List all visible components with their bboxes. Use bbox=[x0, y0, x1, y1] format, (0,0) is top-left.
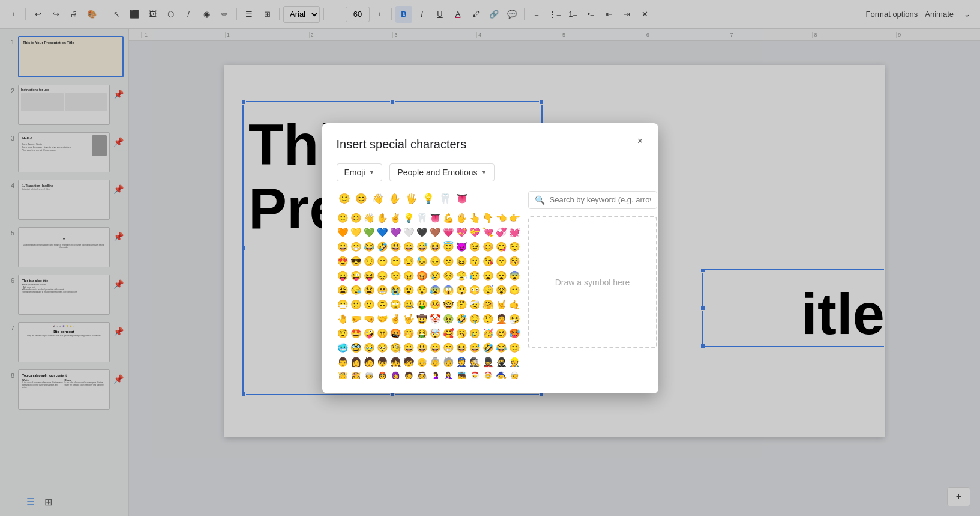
emoji-cell[interactable]: 🤨 bbox=[337, 326, 349, 340]
emoji-cell[interactable]: 👨 bbox=[337, 355, 349, 369]
emoji-cell[interactable]: 🥺 bbox=[376, 341, 389, 354]
emoji-cell[interactable]: 😲 bbox=[455, 283, 468, 297]
emoji-cell[interactable]: 😰 bbox=[429, 283, 442, 297]
emoji-cell[interactable]: 👴 bbox=[416, 355, 428, 369]
emoji-cell[interactable]: 💡 bbox=[403, 211, 415, 225]
emoji-cell[interactable]: 👷 bbox=[508, 355, 521, 369]
emoji-cell[interactable]: 🥶 bbox=[337, 341, 349, 354]
emoji-cell[interactable]: 🤰 bbox=[429, 369, 442, 379]
emoji-cell[interactable]: 👵 bbox=[429, 355, 442, 369]
emoji-cell[interactable]: 🤱 bbox=[442, 369, 455, 379]
emoji-cell[interactable]: ✋ bbox=[376, 211, 389, 225]
emoji-cell[interactable]: 😂 bbox=[363, 240, 376, 253]
emoji-cell[interactable]: 🧕 bbox=[389, 369, 402, 379]
emoji-cell[interactable]: 😁 bbox=[442, 341, 455, 354]
emoji-cell[interactable]: 🧐 bbox=[389, 341, 402, 354]
emoji-cell[interactable]: 🤣 bbox=[482, 341, 495, 354]
emoji-cell[interactable]: 💜 bbox=[389, 225, 402, 239]
emoji-cell[interactable]: 🤥 bbox=[482, 312, 495, 326]
emoji-cell[interactable]: 👼 bbox=[455, 369, 468, 379]
emoji-cell[interactable]: 😘 bbox=[482, 254, 495, 268]
emoji-cell[interactable]: 💓 bbox=[508, 225, 521, 239]
emoji-cell[interactable]: 🙃 bbox=[376, 297, 389, 311]
emoji-cell[interactable]: 😍 bbox=[337, 254, 349, 268]
emoji-cell[interactable]: 🤙 bbox=[508, 297, 521, 311]
emoji-cell[interactable]: 😣 bbox=[442, 269, 455, 282]
emoji-cell[interactable]: 😳 bbox=[469, 283, 481, 297]
emoji-cell[interactable]: 😪 bbox=[350, 283, 362, 297]
emoji-cell[interactable]: 😏 bbox=[363, 254, 376, 268]
emoji-cell[interactable]: 🤪 bbox=[363, 326, 376, 340]
emoji-cell[interactable]: 🧡 bbox=[337, 225, 349, 239]
emoji-cell[interactable]: 🤍 bbox=[403, 225, 415, 239]
emoji-cell[interactable]: 😎 bbox=[350, 254, 362, 268]
emoji-cell[interactable]: 👉 bbox=[508, 211, 521, 225]
emoji-cell[interactable]: 😮 bbox=[403, 283, 415, 297]
emoji-cell[interactable]: 😚 bbox=[508, 254, 521, 268]
emoji-cell[interactable]: 😫 bbox=[363, 283, 376, 297]
emoji-cell[interactable]: 👮 bbox=[455, 355, 468, 369]
emoji-cell[interactable]: 👆 bbox=[469, 211, 481, 225]
emoji-cell[interactable]: 🙁 bbox=[350, 297, 362, 311]
emoji-cell[interactable]: 🤑 bbox=[416, 297, 428, 311]
emoji-cell[interactable]: 🙂 bbox=[337, 211, 349, 225]
emoji-cell[interactable]: 🤣 bbox=[455, 312, 468, 326]
emoji-cell[interactable]: 🤴 bbox=[337, 369, 349, 379]
category-tab[interactable]: 🖐 bbox=[404, 191, 419, 206]
emoji-cell[interactable]: 😱 bbox=[442, 283, 455, 297]
category-tab[interactable]: 😊 bbox=[353, 191, 369, 206]
emoji-cell[interactable]: 😊 bbox=[482, 240, 495, 253]
subcategory-dropdown[interactable]: People and Emotions ▼ bbox=[389, 163, 495, 181]
emoji-cell[interactable]: 💖 bbox=[455, 225, 468, 239]
emoji-cell[interactable]: 💚 bbox=[363, 225, 376, 239]
emoji-cell[interactable]: 😕 bbox=[442, 254, 455, 268]
emoji-cell[interactable]: 😉 bbox=[469, 240, 481, 253]
emoji-cell[interactable]: 🥲 bbox=[469, 326, 481, 340]
emoji-cell[interactable]: 🙂 bbox=[508, 341, 521, 354]
emoji-cell[interactable]: 🤯 bbox=[429, 326, 442, 340]
emoji-cell[interactable]: 😑 bbox=[389, 254, 402, 268]
emoji-cell[interactable]: 😄 bbox=[403, 240, 415, 253]
emoji-cell[interactable]: 😦 bbox=[482, 269, 495, 282]
emoji-cell[interactable]: 🥴 bbox=[495, 326, 508, 340]
emoji-cell[interactable]: 😆 bbox=[429, 240, 442, 253]
emoji-cell[interactable]: 💪 bbox=[442, 211, 455, 225]
emoji-cell[interactable]: 😡 bbox=[416, 269, 428, 282]
emoji-cell[interactable]: 😶 bbox=[508, 283, 521, 297]
emoji-cell[interactable]: 🥱 bbox=[455, 326, 468, 340]
emoji-cell[interactable]: 💘 bbox=[482, 225, 495, 239]
emoji-cell[interactable]: 🤦 bbox=[495, 312, 508, 326]
emoji-cell[interactable]: 😖 bbox=[455, 254, 468, 268]
emoji-cell[interactable]: 🖤 bbox=[416, 225, 428, 239]
emoji-cell[interactable]: 🤛 bbox=[350, 312, 362, 326]
emoji-cell[interactable]: 😜 bbox=[350, 269, 362, 282]
emoji-cell[interactable]: 😓 bbox=[416, 254, 428, 268]
emoji-cell[interactable]: 🤩 bbox=[350, 326, 362, 340]
emoji-cell[interactable]: 👇 bbox=[482, 211, 495, 225]
emoji-cell[interactable]: 🧙 bbox=[495, 369, 508, 379]
emoji-cell[interactable]: 😃 bbox=[416, 341, 428, 354]
emoji-cell[interactable]: 😢 bbox=[429, 269, 442, 282]
emoji-cell[interactable]: 🥵 bbox=[508, 326, 521, 340]
emoji-cell[interactable]: 🕵 bbox=[469, 355, 481, 369]
emoji-cell[interactable]: 😈 bbox=[455, 240, 468, 253]
emoji-cell[interactable]: 😒 bbox=[403, 254, 415, 268]
emoji-cell[interactable]: 👦 bbox=[376, 355, 389, 369]
emoji-cell[interactable]: 😁 bbox=[350, 240, 362, 253]
emoji-cell[interactable]: 😨 bbox=[508, 269, 521, 282]
emoji-cell[interactable]: 😯 bbox=[416, 283, 428, 297]
emoji-cell[interactable]: 😐 bbox=[376, 254, 389, 268]
emoji-cell[interactable]: 🧓 bbox=[442, 355, 455, 369]
category-dropdown[interactable]: Emoji ▼ bbox=[337, 163, 383, 181]
emoji-cell[interactable]: 🎅 bbox=[469, 369, 481, 379]
emoji-cell[interactable]: 🤬 bbox=[389, 326, 402, 340]
emoji-cell[interactable]: 🤶 bbox=[482, 369, 495, 379]
emoji-cell[interactable]: 😟 bbox=[389, 269, 402, 282]
emoji-cell[interactable]: 😛 bbox=[337, 269, 349, 282]
emoji-cell[interactable]: 💗 bbox=[442, 225, 455, 239]
emoji-cell[interactable]: 😔 bbox=[429, 254, 442, 268]
emoji-cell[interactable]: 😬 bbox=[376, 283, 389, 297]
emoji-cell[interactable]: 👩 bbox=[350, 355, 362, 369]
emoji-cell[interactable]: 🦷 bbox=[416, 211, 428, 225]
emoji-cell[interactable]: 🤚 bbox=[337, 312, 349, 326]
